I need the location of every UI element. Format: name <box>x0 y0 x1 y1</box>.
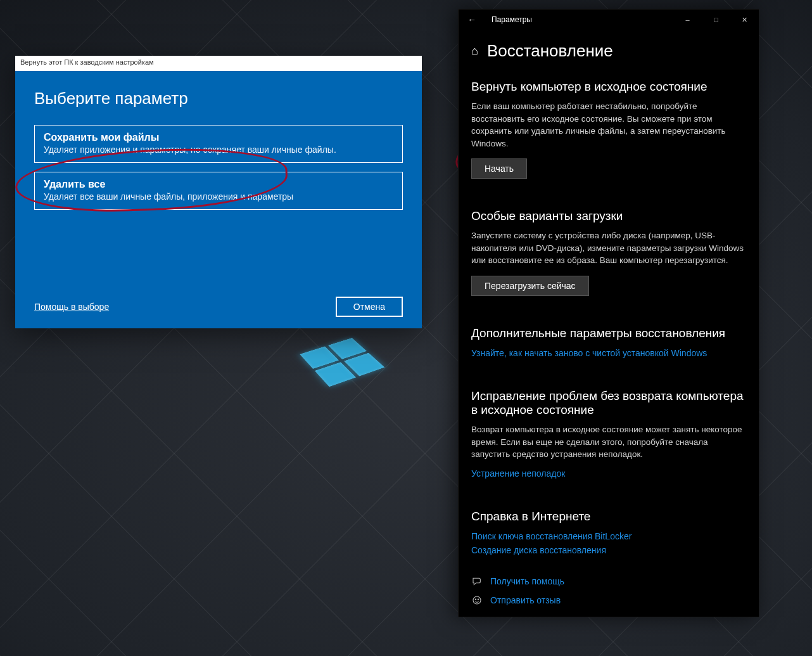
back-button[interactable]: ← <box>465 15 479 25</box>
option-desc: Удаляет все ваши личные файлы, приложени… <box>44 191 393 202</box>
page-title: Восстановление <box>487 41 613 61</box>
section-title-more-recovery: Дополнительные параметры восстановления <box>471 326 746 340</box>
option-desc: Удаляет приложения и параметры, но сохра… <box>44 145 393 155</box>
svg-point-2 <box>478 599 478 600</box>
section-title-troubleshoot: Исправление проблем без возврата компьют… <box>471 389 746 417</box>
option-title: Удалить все <box>44 179 393 190</box>
get-started-button[interactable]: Начать <box>471 158 527 179</box>
troubleshoot-link[interactable]: Устранение неполадок <box>471 468 565 479</box>
restart-now-button[interactable]: Перезагрузить сейчас <box>471 276 589 296</box>
option-remove-everything[interactable]: Удалить все Удаляет все ваши личные файл… <box>34 172 403 210</box>
option-keep-files[interactable]: Сохранить мои файлы Удаляет приложения и… <box>34 125 403 163</box>
window-title: Параметры <box>492 15 532 24</box>
fresh-start-link[interactable]: Узнайте, как начать заново с чистой уста… <box>471 348 707 358</box>
svg-point-0 <box>473 596 481 604</box>
close-button[interactable]: ✕ <box>730 10 759 29</box>
settings-window: ← Параметры – □ ✕ ⌂ Восстановление Верну… <box>458 9 759 617</box>
help-choosing-link[interactable]: Помощь в выборе <box>34 302 109 312</box>
section-title-advanced-startup: Особые варианты загрузки <box>471 209 746 223</box>
svg-point-1 <box>475 599 476 600</box>
link-label: Отправить отзыв <box>490 595 561 605</box>
section-desc: Возврат компьютера в исходное состояние … <box>471 423 746 461</box>
feedback-icon <box>471 595 483 605</box>
home-icon[interactable]: ⌂ <box>471 44 478 58</box>
get-help-link[interactable]: Получить помощь <box>471 576 746 586</box>
page-header: ⌂ Восстановление <box>459 30 759 76</box>
section-title-web-help: Справка в Интернете <box>471 510 746 524</box>
cancel-button[interactable]: Отмена <box>336 297 403 317</box>
section-title-reset: Вернуть компьютер в исходное состояние <box>471 80 746 94</box>
minimize-button[interactable]: – <box>673 10 702 29</box>
help-icon <box>471 576 483 586</box>
dialog-title: Вернуть этот ПК к заводским настройкам <box>15 56 422 71</box>
link-label: Получить помощь <box>490 576 564 586</box>
recovery-drive-link[interactable]: Создание диска восстановления <box>471 545 746 555</box>
section-desc: Запустите систему с устройства либо диск… <box>471 229 746 267</box>
bitlocker-key-link[interactable]: Поиск ключа восстановления BitLocker <box>471 531 746 541</box>
give-feedback-link[interactable]: Отправить отзыв <box>471 595 746 605</box>
maximize-button[interactable]: □ <box>702 10 730 29</box>
section-desc: Если ваш компьютер работает нестабильно,… <box>471 100 746 150</box>
reset-pc-dialog: Вернуть этот ПК к заводским настройкам В… <box>15 56 422 328</box>
option-title: Сохранить мои файлы <box>44 132 393 143</box>
window-titlebar: ← Параметры – □ ✕ <box>459 10 759 30</box>
dialog-heading: Выберите параметр <box>34 89 403 108</box>
